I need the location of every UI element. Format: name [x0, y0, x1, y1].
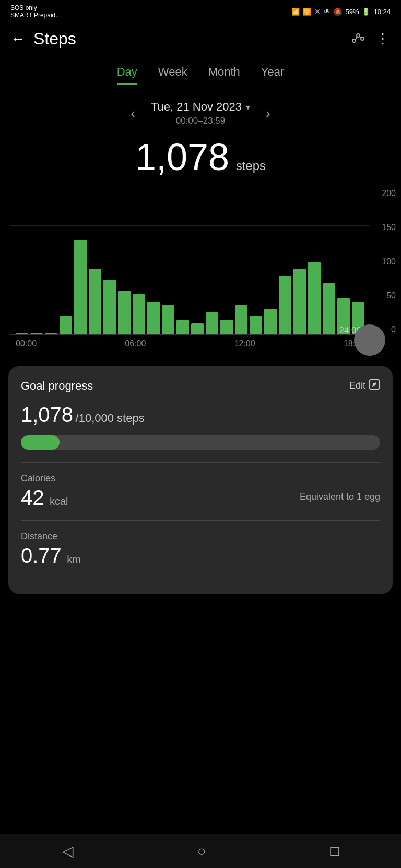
chart-bar [147, 302, 160, 334]
chart-bar [293, 269, 306, 334]
chart-bar [220, 320, 233, 334]
svg-point-0 [352, 39, 356, 42]
tab-day[interactable]: Day [117, 65, 137, 85]
sos-label: SOS only [10, 4, 61, 11]
chart-y-labels: 200 150 100 50 0 [382, 189, 396, 334]
y-label-50: 50 [382, 291, 396, 300]
back-button[interactable]: ← [10, 31, 25, 47]
edit-label: Edit [349, 380, 365, 391]
chart-bar [133, 294, 145, 334]
chart-bar [118, 291, 131, 334]
steps-number: 1,078 [135, 136, 229, 178]
distance-row: Distance 0.77 km [21, 531, 380, 568]
progress-bar-fill [21, 435, 60, 450]
chart-bar [30, 333, 43, 334]
goal-card-title: Goal progress [21, 379, 93, 393]
chart-bar [191, 323, 204, 334]
chart-bar [103, 280, 116, 334]
eye-icon: 👁 [324, 8, 331, 16]
time-range: 00:00–23:59 [151, 116, 250, 126]
progress-bar [21, 435, 380, 450]
chart-x-labels: 00:00 06:00 12:00 18:00 [10, 335, 370, 348]
steps-chart: 200 150 100 50 0 24:00 00:00 06:00 12:00… [0, 189, 401, 356]
x-label-0600: 06:00 [125, 339, 146, 348]
x-icon: ✕ [314, 7, 321, 16]
chart-bar [250, 316, 262, 334]
bottom-nav: ◁ ○ □ [0, 834, 401, 868]
date-nav: ‹ Tue, 21 Nov 2023 ▾ 00:00–23:59 › [0, 85, 401, 130]
date-label: Tue, 21 Nov 2023 ▾ [151, 100, 250, 114]
distance-label: Distance [21, 531, 380, 542]
calories-value: 42 [21, 486, 44, 509]
steps-goal-text: 1,078 /10,000 steps [21, 403, 380, 427]
tab-year[interactable]: Year [261, 65, 284, 85]
nav-left: ← Steps [10, 29, 76, 49]
svg-line-4 [360, 36, 361, 38]
x-label-1200: 12:00 [234, 339, 255, 348]
carrier-info: SOS only SMART Prepaid... [10, 4, 61, 19]
top-nav: ← Steps ⋮ [0, 21, 401, 57]
chart-bar [16, 333, 28, 334]
chart-scroll-handle[interactable] [354, 324, 385, 356]
network-label: SMART Prepaid... [10, 11, 61, 19]
status-bar: SOS only SMART Prepaid... 📶 🛜 ✕ 👁 🔕 59% … [0, 0, 401, 21]
steps-unit: steps [236, 159, 266, 173]
steps-count-display: 1,078 steps [0, 130, 401, 189]
recent-nav-button[interactable]: □ [330, 843, 339, 860]
chart-bar [323, 283, 335, 334]
calories-unit: kcal [50, 496, 68, 507]
chart-bar [45, 333, 57, 334]
chart-bar [308, 262, 321, 335]
chart-bars [10, 189, 370, 334]
tab-bar: Day Week Month Year [0, 57, 401, 85]
divider-2 [21, 520, 380, 521]
y-label-0: 0 [382, 325, 396, 334]
time-label: 10:24 [373, 8, 391, 16]
calories-note: Equivalent to 1 egg [300, 491, 380, 502]
prev-date-button[interactable]: ‹ [131, 105, 135, 122]
battery-label: 59% [345, 8, 359, 16]
divider-1 [21, 462, 380, 463]
svg-line-3 [356, 37, 358, 40]
calories-row: Calories 42 kcal Equivalent to 1 egg [21, 473, 380, 510]
y-label-150: 150 [382, 223, 396, 232]
calories-value-row: 42 kcal Equivalent to 1 egg [21, 486, 380, 510]
steps-goal: /10,000 steps [76, 412, 145, 425]
edit-button[interactable]: Edit [349, 379, 380, 393]
next-date-button[interactable]: › [266, 105, 270, 122]
date-text: Tue, 21 Nov 2023 [151, 100, 242, 114]
date-center: Tue, 21 Nov 2023 ▾ 00:00–23:59 [151, 100, 250, 126]
chart-bar [74, 240, 87, 334]
battery-icon: 🔋 [362, 8, 370, 16]
x-label-0000: 00:00 [16, 339, 37, 348]
chart-bar [279, 276, 291, 334]
distance-value-row: 0.77 km [21, 544, 380, 568]
chart-bar [176, 320, 189, 334]
goal-card-header: Goal progress Edit [21, 379, 380, 393]
bell-icon: 🔕 [334, 8, 342, 16]
distance-unit: km [67, 553, 81, 565]
chart-bar [89, 269, 101, 334]
goal-progress-card: Goal progress Edit 1,078 /10,000 steps C… [8, 366, 393, 594]
steps-current: 1,078 [21, 403, 73, 426]
graph-icon[interactable] [351, 30, 365, 48]
calories-label: Calories [21, 473, 380, 484]
dropdown-icon[interactable]: ▾ [246, 102, 250, 112]
distance-value: 0.77 [21, 544, 62, 567]
chart-bar [264, 309, 277, 334]
signal-icon: 📶 [291, 8, 300, 16]
chart-area: 200 150 100 50 0 [10, 189, 370, 335]
tab-week[interactable]: Week [158, 65, 187, 85]
status-icons: 📶 🛜 ✕ 👁 🔕 59% 🔋 10:24 [291, 7, 391, 16]
page-title: Steps [33, 29, 76, 49]
wifi-icon: 🛜 [303, 8, 311, 16]
tab-month[interactable]: Month [208, 65, 240, 85]
chart-bar [162, 305, 174, 334]
chart-bar [60, 316, 72, 334]
home-nav-button[interactable]: ○ [197, 843, 206, 860]
nav-right: ⋮ [351, 30, 391, 48]
menu-icon[interactable]: ⋮ [376, 31, 391, 47]
edit-icon [369, 379, 380, 393]
back-nav-button[interactable]: ◁ [62, 842, 74, 860]
chart-bar [235, 305, 247, 334]
